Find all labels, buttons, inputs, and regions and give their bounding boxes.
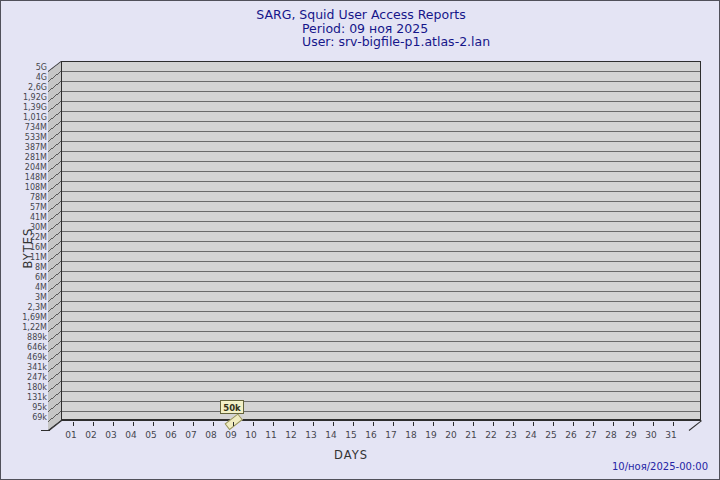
- sarg-report-chart: SARG, Squid User Access Reports Period: …: [0, 0, 720, 480]
- x-tick-label: 18: [400, 430, 422, 440]
- y-tick-label: 387M: [1, 143, 47, 153]
- y-tick-label: 108M: [1, 183, 47, 193]
- y-tick-label: 247k: [1, 373, 47, 383]
- x-tick-mark: [333, 422, 334, 426]
- x-tick-mark: [593, 422, 594, 426]
- y-tick-label: 57M: [1, 203, 47, 213]
- x-tick-mark: [253, 422, 254, 426]
- y-tick-label: 131k: [1, 393, 47, 403]
- x-tick-label: 29: [620, 430, 642, 440]
- x-tick-label: 07: [180, 430, 202, 440]
- x-tick-label: 03: [100, 430, 122, 440]
- y-tick-label: 204M: [1, 163, 47, 173]
- y-tick-label: 2,3M: [1, 303, 47, 313]
- y-tick-label: 69k: [1, 413, 47, 423]
- x-tick-label: 06: [160, 430, 182, 440]
- y-tick-label: 41M: [1, 213, 47, 223]
- y-tick-label: 341k: [1, 363, 47, 373]
- x-tick-mark: [553, 422, 554, 426]
- x-tick-mark: [453, 422, 454, 426]
- y-tick-label: 734M: [1, 123, 47, 133]
- x-tick-label: 22: [480, 430, 502, 440]
- x-tick-label: 27: [580, 430, 602, 440]
- x-tick-label: 01: [60, 430, 82, 440]
- x-tick-mark: [433, 422, 434, 426]
- x-tick-label: 26: [560, 430, 582, 440]
- x-tick-mark: [413, 422, 414, 426]
- x-tick-label: 23: [500, 430, 522, 440]
- y-tick-label: 180k: [1, 383, 47, 393]
- x-tick-label: 11: [260, 430, 282, 440]
- x-tick-label: 02: [80, 430, 102, 440]
- x-tick-label: 17: [380, 430, 402, 440]
- x-tick-mark: [513, 422, 514, 426]
- x-tick-mark: [533, 422, 534, 426]
- y-tick-label: 22M: [1, 233, 47, 243]
- chart-3d-left-wall: [48, 61, 61, 431]
- y-tick-label: 148M: [1, 173, 47, 183]
- y-tick-label: 469k: [1, 353, 47, 363]
- x-tick-mark: [273, 422, 274, 426]
- y-tick-label: 2,6G: [1, 83, 47, 93]
- x-tick-mark: [313, 422, 314, 426]
- axis-right-foot: [689, 420, 702, 431]
- x-tick-mark: [213, 422, 214, 426]
- x-tick-label: 30: [640, 430, 662, 440]
- x-tick-label: 25: [540, 430, 562, 440]
- x-tick-mark: [393, 422, 394, 426]
- x-tick-mark: [113, 422, 114, 426]
- y-tick-label: 78M: [1, 193, 47, 203]
- x-tick-label: 31: [660, 430, 682, 440]
- y-tick-label: 889k: [1, 333, 47, 343]
- y-tick-label: 5G: [1, 63, 47, 73]
- chart-plot-area: [61, 61, 701, 421]
- y-tick-label: 533M: [1, 133, 47, 143]
- y-tick-label: 281M: [1, 153, 47, 163]
- x-tick-label: 20: [440, 430, 462, 440]
- y-tick-label: 16M: [1, 243, 47, 253]
- y-tick-label: 1,22M: [1, 323, 47, 333]
- x-tick-label: 24: [520, 430, 542, 440]
- y-tick-label: 1,39G: [1, 103, 47, 113]
- x-tick-mark: [373, 422, 374, 426]
- x-tick-mark: [193, 422, 194, 426]
- x-tick-mark: [133, 422, 134, 426]
- x-tick-mark: [233, 422, 234, 426]
- report-user: User: srv-bigfile-p1.atlas-2.lan: [302, 34, 490, 49]
- axis-origin-tick: [41, 430, 50, 431]
- bar-value-label: 50k: [220, 400, 244, 414]
- y-tick-label: 95k: [1, 403, 47, 413]
- y-tick-label: 11M: [1, 253, 47, 263]
- x-tick-label: 13: [300, 430, 322, 440]
- y-tick-label: 646k: [1, 343, 47, 353]
- page-title: SARG, Squid User Access Reports: [1, 7, 720, 22]
- x-tick-mark: [493, 422, 494, 426]
- x-tick-mark: [153, 422, 154, 426]
- x-tick-label: 04: [120, 430, 142, 440]
- y-tick-label: 4M: [1, 283, 47, 293]
- x-tick-mark: [353, 422, 354, 426]
- y-tick-label: 6M: [1, 273, 47, 283]
- x-tick-mark: [573, 422, 574, 426]
- x-tick-mark: [633, 422, 634, 426]
- y-tick-label: 4G: [1, 73, 47, 83]
- x-tick-label: 08: [200, 430, 222, 440]
- x-tick-mark: [673, 422, 674, 426]
- x-tick-mark: [293, 422, 294, 426]
- x-tick-label: 14: [320, 430, 342, 440]
- x-axis-title: DAYS: [309, 448, 393, 462]
- x-tick-label: 16: [360, 430, 382, 440]
- y-tick-label: 30M: [1, 223, 47, 233]
- y-tick-label: 3M: [1, 293, 47, 303]
- x-tick-label: 10: [240, 430, 262, 440]
- x-tick-mark: [653, 422, 654, 426]
- x-tick-mark: [173, 422, 174, 426]
- x-tick-label: 05: [140, 430, 162, 440]
- x-tick-label: 12: [280, 430, 302, 440]
- generated-timestamp: 10/ноя/2025-00:00: [612, 461, 708, 472]
- x-tick-mark: [93, 422, 94, 426]
- y-tick-label: 1,92G: [1, 93, 47, 103]
- x-tick-label: 09: [220, 430, 242, 440]
- y-tick-label: 8M: [1, 263, 47, 273]
- x-tick-label: 15: [340, 430, 362, 440]
